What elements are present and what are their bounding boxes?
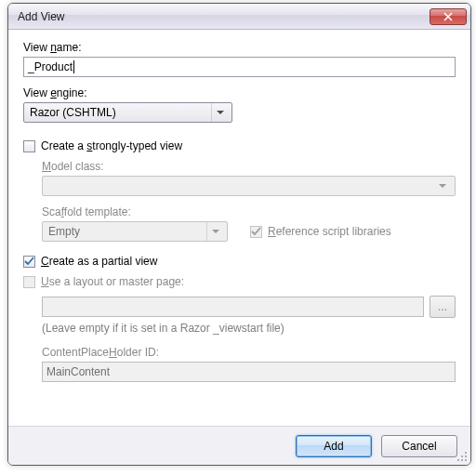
model-class-combo [42,176,456,196]
view-engine-row: View engine: Razor (CSHTML) [23,86,456,123]
svg-point-0 [465,452,467,454]
partial-view-row: Create as a partial view [23,255,456,268]
cancel-button[interactable]: Cancel [381,435,457,457]
view-name-label: View name: [23,41,456,54]
svg-point-4 [461,459,463,461]
use-layout-row: Use a layout or master page: [23,275,456,288]
svg-point-1 [461,455,463,457]
text-caret [73,60,74,73]
layout-hint: (Leave empty if it is set in a Razor _vi… [42,322,456,335]
button-bar: Add Cancel [8,426,470,465]
ref-scripts-checkbox [250,226,262,238]
resize-grip[interactable] [456,451,468,462]
layout-path-input [42,297,424,317]
partial-view-checkbox[interactable] [23,256,35,268]
chevron-down-icon [206,222,223,241]
close-icon [443,12,453,21]
titlebar[interactable]: Add View [8,4,470,30]
layout-group: ... (Leave empty if it is set in a Razor… [23,296,456,382]
view-engine-value: Razor (CSHTML) [30,106,211,119]
cph-label: ContentPlaceHolder ID: [42,346,456,359]
ref-scripts-row: Reference script libraries [250,225,391,238]
view-engine-combo[interactable]: Razor (CSHTML) [23,102,232,123]
scaffold-value: Empty [48,225,206,238]
use-layout-checkbox [23,276,35,288]
strongly-typed-row: Create a strongly-typed view [23,139,456,152]
chevron-down-icon [434,177,451,195]
browse-button: ... [430,296,456,318]
dialog-body: View name: _Product View engine: Razor (… [8,30,470,426]
view-name-value: _Product [28,60,73,73]
window-title: Add View [18,10,430,23]
scaffold-combo: Empty [42,221,228,242]
ellipsis-icon: ... [438,300,447,313]
strongly-typed-group: Model class: Scaffold template: Empty [23,160,456,242]
add-view-dialog: Add View View name: _Product View engine… [7,3,471,466]
model-class-label: Model class: [42,160,456,173]
svg-point-5 [465,459,467,461]
strongly-typed-checkbox[interactable] [23,140,35,152]
scaffold-label: Scaffold template: [42,205,456,218]
ref-scripts-label: Reference script libraries [268,225,391,238]
chevron-down-icon [211,103,228,122]
view-engine-label: View engine: [23,86,456,99]
svg-point-3 [457,459,459,461]
partial-view-label: Create as a partial view [41,255,157,268]
view-name-input[interactable]: _Product [23,57,456,77]
strongly-typed-label: Create a strongly-typed view [41,139,182,152]
cph-input [42,362,456,382]
svg-point-2 [465,455,467,457]
close-button[interactable] [430,8,467,25]
view-name-row: View name: _Product [23,41,456,77]
use-layout-label: Use a layout or master page: [41,275,184,288]
add-button[interactable]: Add [296,435,372,457]
